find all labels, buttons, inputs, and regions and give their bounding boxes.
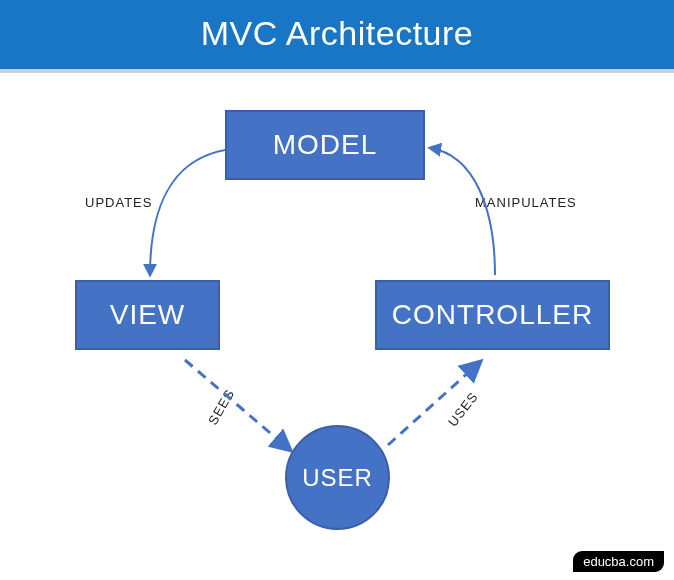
edge-label-uses: USES — [445, 389, 481, 429]
attribution-badge: educba.com — [573, 551, 664, 572]
arrow-controller-to-model — [430, 148, 495, 275]
node-user: USER — [285, 425, 390, 530]
node-controller: CONTROLLER — [375, 280, 610, 350]
node-user-label: USER — [302, 464, 373, 492]
page-title: MVC Architecture — [0, 0, 674, 73]
edge-label-updates: UPDATES — [85, 195, 152, 210]
edge-label-manipulates: MANIPULATES — [475, 195, 577, 210]
arrow-view-to-user — [185, 360, 290, 450]
arrow-model-to-view — [150, 150, 225, 275]
node-view: VIEW — [75, 280, 220, 350]
edge-label-sees: SEES — [205, 386, 237, 427]
node-controller-label: CONTROLLER — [392, 299, 593, 331]
node-model-label: MODEL — [273, 129, 378, 161]
node-view-label: VIEW — [110, 299, 186, 331]
node-model: MODEL — [225, 110, 425, 180]
